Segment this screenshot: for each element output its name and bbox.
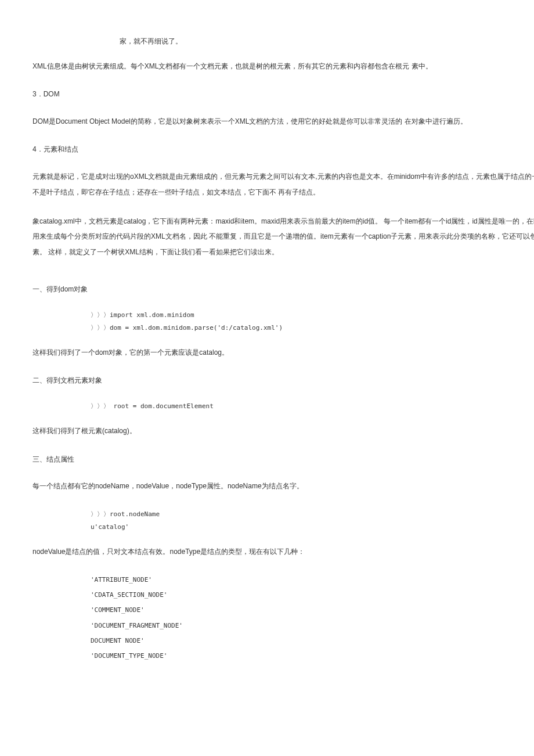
paragraph-dom: DOM是Document Object Model的简称，它是以对象树来表示一个… xyxy=(33,114,534,129)
paragraph-elem-2: 象catalog.xml中，文档元素是catalog，它下面有两种元素：maxi… xyxy=(33,214,534,260)
node-type-item: 'DOCUMENT_FRAGMENT_NODE' xyxy=(91,619,534,633)
code-block-3: 〉〉〉root.nodeName u'catalog' xyxy=(33,508,534,534)
code-line: 〉〉〉dom = xml.dom.minidom.parse('d:/catal… xyxy=(91,322,534,334)
node-type-item: DOCUMENT NODE' xyxy=(91,634,534,648)
code-block-1: 〉〉〉import xml.dom.minidom 〉〉〉dom = xml.d… xyxy=(33,309,534,334)
node-type-list: 'ATTRIBUTE_NODE' 'CDATA_SECTION_NODE' 'C… xyxy=(33,573,534,663)
heading-step-2: 二、得到文档元素对象 xyxy=(33,374,534,387)
paragraph-step1-after: 这样我们得到了一个dom对象，它的第一个元素应该是catalog。 xyxy=(33,345,534,360)
code-line: 〉〉〉import xml.dom.minidom xyxy=(91,309,534,322)
heading-step-3: 三、结点属性 xyxy=(33,453,534,466)
code-line: 〉〉〉 root = dom.documentElement xyxy=(91,400,534,413)
heading-step-1: 一、得到dom对象 xyxy=(33,283,534,296)
heading-element-node: 4．元素和结点 xyxy=(33,143,534,156)
code-line: 〉〉〉root.nodeName xyxy=(91,508,534,521)
code-block-2: 〉〉〉 root = dom.documentElement xyxy=(33,400,534,413)
code-line: u'catalog' xyxy=(91,521,534,534)
fragment-continuation: 家，就不再细说了。 xyxy=(33,35,534,48)
heading-dom: 3．DOM xyxy=(33,88,534,101)
node-type-item: 'ATTRIBUTE_NODE' xyxy=(91,573,534,587)
paragraph-step3-after: nodeValue是结点的值，只对文本结点有效。nodeType是结点的类型，现… xyxy=(33,544,534,559)
paragraph-step2-after: 这样我们得到了根元素(catalog)。 xyxy=(33,423,534,438)
node-type-item: 'DOCUMENT_TYPE_NODE' xyxy=(91,649,534,663)
node-type-item: 'CDATA_SECTION_NODE' xyxy=(91,588,534,602)
paragraph-step3-intro: 每一个结点都有它的nodeName，nodeValue，nodeType属性。n… xyxy=(33,478,534,494)
paragraph-elem-1: 元素就是标记，它是成对出现的oXML文档就是由元素组成的，但元素与元素之间可以有… xyxy=(33,169,534,200)
node-type-item: 'COMMENT_NODE' xyxy=(91,603,534,617)
paragraph-xml-body: XML信息体是由树状元素组成。每个XML文档都有一个文档元素，也就是树的根元素，… xyxy=(33,59,534,74)
